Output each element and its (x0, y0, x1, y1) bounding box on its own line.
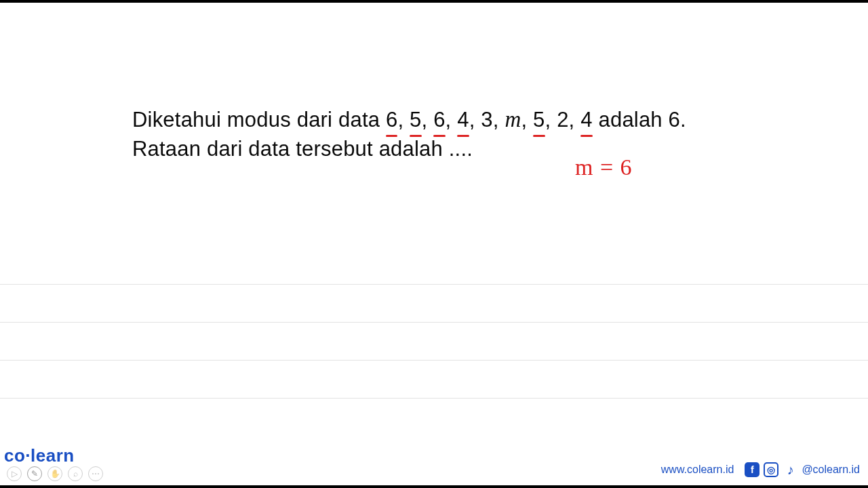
toolbar: ▷ ✎ ✋ ⌕ ⋯ (7, 466, 103, 481)
hand-icon[interactable]: ✋ (47, 466, 62, 481)
more-icon[interactable]: ⋯ (88, 466, 103, 481)
social-handle: @colearn.id (802, 464, 860, 476)
brand-learn: learn (31, 445, 75, 466)
ruled-line (0, 360, 868, 361)
ruled-line (0, 322, 868, 323)
variable-m: m (505, 107, 521, 131)
play-icon[interactable]: ▷ (7, 466, 22, 481)
website-url: www.colearn.id (661, 464, 734, 476)
problem-line-2: Rataan dari data tersebut adalah .... (132, 135, 739, 163)
social-icons: f ◎ ♪ @colearn.id (745, 462, 860, 477)
brand-logo: co·learn (4, 445, 103, 466)
ruled-lines (0, 284, 868, 436)
instagram-icon: ◎ (764, 462, 778, 477)
data-value-3: 6 (433, 106, 445, 134)
comma-6: , 2, (545, 108, 581, 131)
problem-suffix: adalah 6. (593, 108, 686, 131)
data-value-2: 5 (410, 106, 421, 134)
data-value-4: 4 (457, 106, 469, 134)
footer: co·learn ▷ ✎ ✋ ⌕ ⋯ www.colearn.id f ◎ ♪ … (0, 451, 868, 481)
brand-co: co (4, 445, 25, 466)
problem-content: Diketahui modus dari data 6, 5, 6, 4, 3,… (132, 104, 739, 163)
comma-1: , (397, 108, 410, 131)
handwritten-annotation: m = 6 (575, 155, 633, 180)
facebook-icon: f (745, 462, 760, 477)
comma-5: , (521, 108, 533, 131)
ruled-line (0, 284, 868, 285)
footer-right: www.colearn.id f ◎ ♪ @colearn.id (661, 462, 860, 477)
tiktok-icon: ♪ (783, 462, 797, 477)
data-value-5: 5 (533, 106, 545, 134)
pen-icon[interactable]: ✎ (27, 466, 42, 481)
problem-prefix: Diketahui modus dari data (132, 108, 386, 131)
brand-dot: · (25, 445, 31, 466)
comma-2: , (422, 108, 434, 131)
data-value-1: 6 (386, 106, 397, 134)
zoom-icon[interactable]: ⌕ (68, 466, 83, 481)
comma-4: , 3, (469, 108, 505, 131)
comma-3: , (446, 108, 458, 131)
data-value-6: 4 (580, 106, 592, 134)
ruled-line (0, 398, 868, 399)
footer-left: co·learn ▷ ✎ ✋ ⌕ ⋯ (3, 445, 103, 481)
problem-line-1: Diketahui modus dari data 6, 5, 6, 4, 3,… (132, 104, 739, 135)
